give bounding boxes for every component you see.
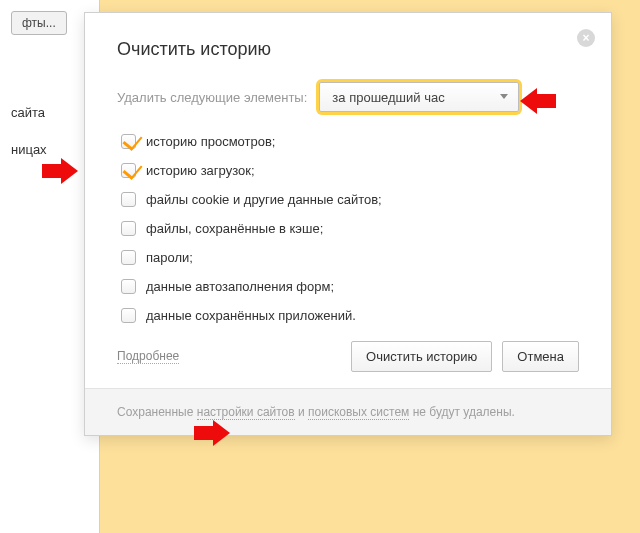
footer-text-mid: и xyxy=(295,405,308,419)
dialog-footer: Сохраненные настройки сайтов и поисковых… xyxy=(85,388,611,435)
period-select-highlight: за прошедший час xyxy=(319,82,519,112)
period-select[interactable]: за прошедший час xyxy=(319,82,519,112)
arrow-annotation-clear-button xyxy=(194,420,230,446)
option-checkbox[interactable] xyxy=(121,279,136,294)
clear-history-button[interactable]: Очистить историю xyxy=(351,341,492,372)
options-list: историю просмотров;историю загрузок;файл… xyxy=(121,134,579,323)
option-row: файлы, сохранённые в кэше; xyxy=(121,221,579,236)
option-label: историю загрузок; xyxy=(146,163,255,178)
period-row: Удалить следующие элементы: за прошедший… xyxy=(117,82,579,112)
option-row: историю просмотров; xyxy=(121,134,579,149)
background-fonts-button[interactable]: фты... xyxy=(11,11,67,35)
option-checkbox[interactable] xyxy=(121,250,136,265)
background-text-2: ницах xyxy=(11,142,79,157)
footer-link-site-settings[interactable]: настройки сайтов xyxy=(197,405,295,420)
option-checkbox[interactable] xyxy=(121,134,136,149)
footer-text-prefix: Сохраненные xyxy=(117,405,197,419)
more-link[interactable]: Подробнее xyxy=(117,349,179,364)
clear-history-dialog: × Очистить историю Удалить следующие эле… xyxy=(84,12,612,436)
option-label: данные автозаполнения форм; xyxy=(146,279,334,294)
footer-link-search-engines[interactable]: поисковых систем xyxy=(308,405,409,420)
background-text-1: сайта xyxy=(11,105,79,120)
option-row: пароли; xyxy=(121,250,579,265)
option-label: файлы cookie и другие данные сайтов; xyxy=(146,192,382,207)
dialog-title: Очистить историю xyxy=(117,39,579,60)
option-row: файлы cookie и другие данные сайтов; xyxy=(121,192,579,207)
period-label: Удалить следующие элементы: xyxy=(117,90,307,105)
option-row: данные автозаполнения форм; xyxy=(121,279,579,294)
option-checkbox[interactable] xyxy=(121,308,136,323)
footer-text-suffix: не будут удалены. xyxy=(409,405,515,419)
close-icon[interactable]: × xyxy=(577,29,595,47)
period-select-value: за прошедший час xyxy=(332,90,444,105)
option-row: данные сохранённых приложений. xyxy=(121,308,579,323)
option-checkbox[interactable] xyxy=(121,163,136,178)
option-label: файлы, сохранённые в кэше; xyxy=(146,221,323,236)
option-checkbox[interactable] xyxy=(121,192,136,207)
option-checkbox[interactable] xyxy=(121,221,136,236)
arrow-annotation-period xyxy=(520,88,556,114)
option-label: историю просмотров; xyxy=(146,134,275,149)
option-row: историю загрузок; xyxy=(121,163,579,178)
arrow-annotation-checkboxes xyxy=(42,158,78,184)
cancel-button[interactable]: Отмена xyxy=(502,341,579,372)
dialog-actions: Подробнее Очистить историю Отмена xyxy=(117,341,579,372)
option-label: данные сохранённых приложений. xyxy=(146,308,356,323)
option-label: пароли; xyxy=(146,250,193,265)
chevron-down-icon xyxy=(500,94,508,99)
